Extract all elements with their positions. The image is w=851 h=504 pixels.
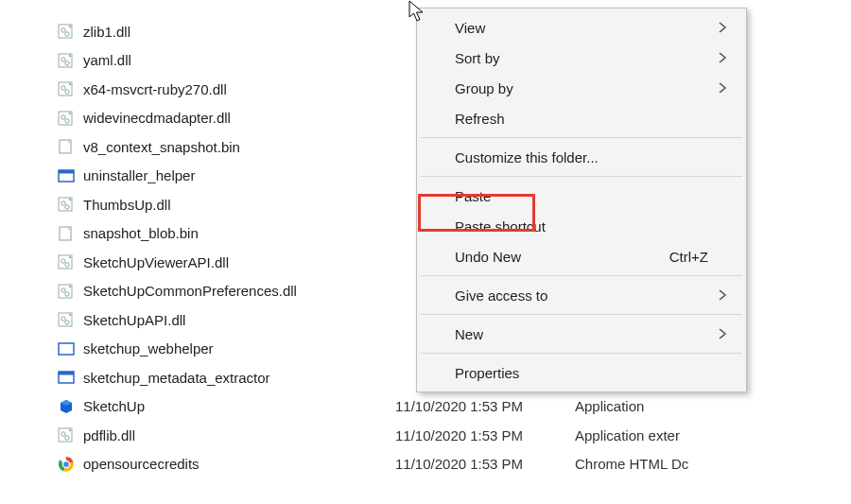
menu-label: View [455, 20, 708, 36]
chevron-right-icon [718, 51, 727, 64]
menu-undo[interactable]: Undo New Ctrl+Z [419, 241, 744, 271]
file-date: 11/10/2020 1:53 PM [395, 398, 575, 414]
menu-view[interactable]: View [419, 12, 744, 43]
chevron-right-icon [718, 288, 727, 302]
file-name: ThumbsUp.dll [83, 197, 395, 213]
menu-label: Undo New [455, 249, 669, 265]
file-type: Application [575, 398, 745, 414]
menu-refresh[interactable]: Refresh [419, 103, 744, 133]
file-name: SketchUpViewerAPI.dll [83, 254, 395, 270]
file-name: SketchUpAPI.dll [83, 312, 395, 328]
svg-rect-38 [59, 343, 74, 355]
chrome-icon [57, 455, 76, 474]
menu-new[interactable]: New [419, 319, 744, 349]
menu-label: Paste shortcut [455, 218, 708, 235]
menu-give-access[interactable]: Give access to [419, 280, 744, 310]
file-name: yaml.dll [83, 52, 395, 68]
svg-rect-19 [59, 170, 74, 174]
file-name: uninstaller_helper [83, 167, 395, 183]
file-name: SketchUp [83, 398, 395, 414]
app-blue-icon [57, 166, 76, 185]
dll-icon [57, 282, 76, 301]
dll-icon [57, 195, 76, 214]
dll-icon [57, 109, 76, 128]
menu-separator [421, 176, 742, 177]
file-date: 11/10/2020 1:53 PM [395, 427, 575, 443]
context-menu: View Sort by Group by Refresh Customize … [416, 8, 747, 392]
chevron-right-icon [718, 21, 727, 34]
menu-properties[interactable]: Properties [419, 357, 744, 388]
menu-separator [421, 275, 742, 276]
menu-label: New [455, 326, 708, 342]
file-name: sketchup_metadata_extractor [83, 370, 395, 386]
sketchup-icon [57, 397, 76, 416]
svg-rect-40 [59, 372, 74, 375]
file-icon [57, 224, 76, 243]
file-name: opensourcecredits [83, 456, 395, 472]
menu-label: Properties [455, 365, 708, 381]
menu-label: Customize this folder... [455, 149, 708, 165]
app-blue-icon [57, 368, 76, 387]
menu-label: Give access to [455, 287, 708, 304]
chevron-right-icon [718, 81, 727, 95]
dll-icon [57, 252, 76, 271]
file-type: Application exter [575, 427, 745, 443]
file-name: snapshot_blob.bin [83, 225, 395, 241]
dll-icon [57, 426, 76, 444]
file-row[interactable]: opensourcecredits11/10/2020 1:53 PMChrom… [57, 450, 813, 479]
file-row[interactable]: SketchUp11/10/2020 1:53 PMApplication [57, 392, 813, 422]
menu-customize[interactable]: Customize this folder... [419, 142, 744, 172]
menu-paste-shortcut[interactable]: Paste shortcut [419, 211, 744, 241]
menu-paste[interactable]: Paste [419, 181, 744, 211]
chevron-right-icon [718, 327, 727, 340]
menu-sortby[interactable]: Sort by [419, 43, 744, 73]
menu-groupby[interactable]: Group by [419, 73, 744, 103]
file-date: 11/10/2020 1:53 PM [395, 456, 575, 472]
file-name: zlib1.dll [83, 24, 395, 40]
menu-separator [421, 353, 742, 354]
menu-separator [421, 314, 742, 315]
dll-icon [57, 310, 76, 329]
file-name: x64-msvcrt-ruby270.dll [83, 81, 395, 97]
file-name: widevinecdmadapter.dll [83, 110, 395, 126]
file-name: SketchUpCommonPreferences.dll [83, 283, 395, 299]
file-row[interactable]: pdflib.dll11/10/2020 1:53 PMApplication … [57, 421, 813, 450]
file-name: pdflib.dll [83, 427, 395, 443]
dll-icon [57, 51, 76, 70]
file-icon [57, 137, 76, 156]
menu-label: Group by [455, 80, 708, 96]
app-outline-icon [57, 339, 76, 358]
menu-label: Paste [455, 188, 708, 204]
file-name: v8_context_snapshot.bin [83, 139, 395, 155]
menu-label: Sort by [455, 50, 708, 66]
svg-point-46 [63, 461, 70, 467]
menu-separator [421, 137, 742, 138]
menu-label: Refresh [455, 111, 708, 127]
file-type: Chrome HTML Dc [575, 456, 745, 472]
dll-icon [57, 22, 76, 41]
menu-shortcut: Ctrl+Z [669, 249, 708, 265]
file-name: sketchup_webhelper [83, 340, 395, 356]
dll-icon [57, 79, 76, 98]
